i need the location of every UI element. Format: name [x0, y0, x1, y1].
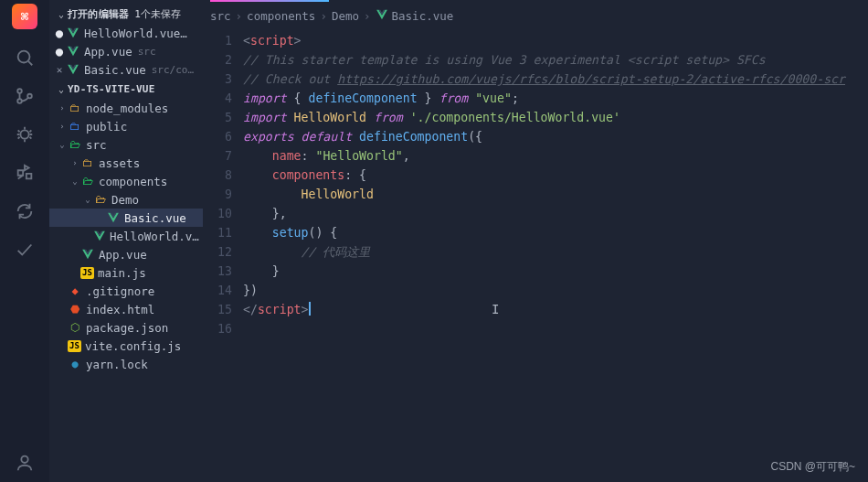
svg-point-6: [21, 456, 27, 463]
html-icon: ⬣: [68, 302, 82, 316]
code-line[interactable]: // 代码这里: [243, 242, 868, 262]
chevron-down-icon: ⌄: [57, 140, 68, 149]
extensions-icon[interactable]: [0, 154, 49, 192]
source-control-icon[interactable]: [0, 77, 49, 115]
tree-file[interactable]: ›Basic.vue: [49, 209, 203, 227]
chevron-down-icon: ⌄: [82, 195, 93, 204]
svg-point-2: [17, 89, 22, 93]
line-number-gutter: 12345678910111213141516: [203, 31, 243, 338]
svg-point-5: [20, 130, 28, 138]
tree-item-label: components: [99, 175, 167, 188]
modified-dot-icon: ●: [53, 44, 66, 59]
editor-item-label: App.vue: [84, 45, 132, 59]
breadcrumb-segment[interactable]: src: [210, 9, 231, 23]
tree-file[interactable]: ›App.vue: [49, 245, 203, 263]
tree-folder[interactable]: ⌄🗁Demo: [49, 190, 203, 209]
yarn-icon: ●: [68, 357, 82, 371]
tree-file[interactable]: ›⬡package.json: [49, 318, 203, 337]
tree-file[interactable]: ›⬣index.html: [49, 300, 203, 318]
editor-area: src›components›Demo›Basic.vue 1234567891…: [203, 4, 868, 482]
tree-file[interactable]: ›◆.gitignore: [49, 282, 203, 300]
line-number: 14: [203, 281, 232, 300]
code-line[interactable]: // This starter template is using Vue 3 …: [243, 50, 868, 70]
tree-item-label: public: [86, 120, 127, 134]
svg-point-0: [18, 51, 30, 63]
tree-folder[interactable]: ›🗀public: [49, 117, 203, 135]
vue-icon: [80, 247, 95, 262]
activity-bar: ⌘: [0, 0, 49, 482]
explorer-sidebar: ⌄ 打开的编辑器 1个未保存 ●HelloWorld.vue…●App.vues…: [49, 4, 203, 482]
vue-icon: [376, 8, 388, 24]
code-editor[interactable]: 12345678910111213141516 I <script>// Thi…: [203, 27, 868, 338]
chevron-right-icon: ›: [364, 9, 371, 23]
open-editor-item[interactable]: ✕Basic.vuesrc/co…: [49, 60, 203, 79]
code-line[interactable]: },: [243, 204, 868, 223]
line-number: 15: [203, 300, 232, 319]
check-icon[interactable]: [0, 230, 49, 269]
svg-point-3: [17, 99, 22, 103]
tree-folder[interactable]: ›🗀assets: [49, 154, 203, 172]
folder-open-icon: 🗁: [93, 192, 108, 207]
tree-folder[interactable]: ›🗀node_modules: [49, 99, 203, 117]
breadcrumb-segment[interactable]: Demo: [332, 9, 359, 23]
line-number: 3: [203, 70, 232, 89]
close-icon[interactable]: ✕: [53, 64, 66, 76]
svg-point-4: [27, 94, 32, 99]
open-editors-meta: 1个未保存: [134, 7, 181, 21]
breadcrumb[interactable]: src›components›Demo›Basic.vue: [203, 4, 868, 27]
project-header[interactable]: ⌄ YD-TS-VITE-VUE: [49, 79, 203, 99]
code-line[interactable]: }: [243, 262, 868, 281]
app-logo-icon: ⌘: [12, 4, 37, 29]
chevron-right-icon: ›: [320, 9, 327, 23]
json-icon: ⬡: [68, 320, 82, 335]
tree-item-label: Demo: [111, 193, 139, 207]
tree-item-label: src: [86, 138, 107, 152]
open-editors-header[interactable]: ⌄ 打开的编辑器 1个未保存: [49, 4, 203, 24]
breadcrumb-segment[interactable]: components: [247, 9, 315, 23]
tree-item-label: node_modules: [86, 102, 168, 115]
vue-icon: [66, 62, 80, 77]
code-line[interactable]: <script>: [243, 31, 868, 50]
tree-item-label: vite.config.js: [85, 339, 181, 353]
tree-file[interactable]: ›JSmain.js: [49, 263, 203, 282]
code-line[interactable]: exports default defineComponent({: [243, 127, 868, 146]
tree-folder[interactable]: ⌄🗁src: [49, 135, 203, 154]
tree-file[interactable]: ›JSvite.config.js: [49, 337, 203, 355]
line-number: 7: [203, 146, 232, 166]
tree-file[interactable]: ›●yarn.lock: [49, 355, 203, 373]
line-number: 5: [203, 108, 232, 127]
account-icon[interactable]: [0, 444, 49, 482]
folder-icon: 🗀: [80, 155, 95, 170]
code-line[interactable]: name: "HelloWorld",: [243, 146, 868, 166]
tree-file[interactable]: ›HelloWorld.vue: [49, 227, 203, 245]
editor-item-label: HelloWorld.vue…: [84, 27, 187, 40]
code-line[interactable]: </script>: [243, 300, 868, 319]
code-body[interactable]: I <script>// This starter template is us…: [243, 31, 868, 338]
search-icon[interactable]: [0, 38, 49, 77]
tree-item-label: main.js: [98, 266, 146, 280]
tree-folder[interactable]: ⌄🗁components: [49, 172, 203, 190]
line-number: 6: [203, 127, 232, 146]
chevron-down-icon: ⌄: [55, 84, 68, 94]
line-number: 11: [203, 223, 232, 242]
code-line[interactable]: }): [243, 281, 868, 300]
line-number: 8: [203, 166, 232, 185]
debug-icon[interactable]: [0, 115, 49, 154]
tree-item-label: App.vue: [99, 248, 147, 262]
code-line[interactable]: components: {: [243, 166, 868, 185]
vue-icon: [66, 26, 80, 40]
editor-item-label: Basic.vue: [84, 63, 146, 77]
code-line[interactable]: setup() {: [243, 223, 868, 242]
open-editors-list: ●HelloWorld.vue…●App.vuesrc✕Basic.vuesrc…: [49, 24, 203, 79]
svg-line-1: [28, 61, 32, 65]
breadcrumb-segment[interactable]: Basic.vue: [392, 9, 454, 23]
code-line[interactable]: // Check out https://github.com/vuejs/rf…: [243, 70, 868, 89]
vue-icon: [66, 44, 80, 59]
code-line[interactable]: import { defineComponent } from "vue";: [243, 89, 868, 108]
open-editor-item[interactable]: ●HelloWorld.vue…: [49, 24, 203, 42]
code-line[interactable]: import HelloWorld from './components/Hel…: [243, 108, 868, 127]
sync-icon[interactable]: [0, 192, 49, 230]
chevron-right-icon: ›: [69, 158, 80, 167]
code-line[interactable]: HelloWorld: [243, 185, 868, 204]
open-editor-item[interactable]: ●App.vuesrc: [49, 42, 203, 60]
